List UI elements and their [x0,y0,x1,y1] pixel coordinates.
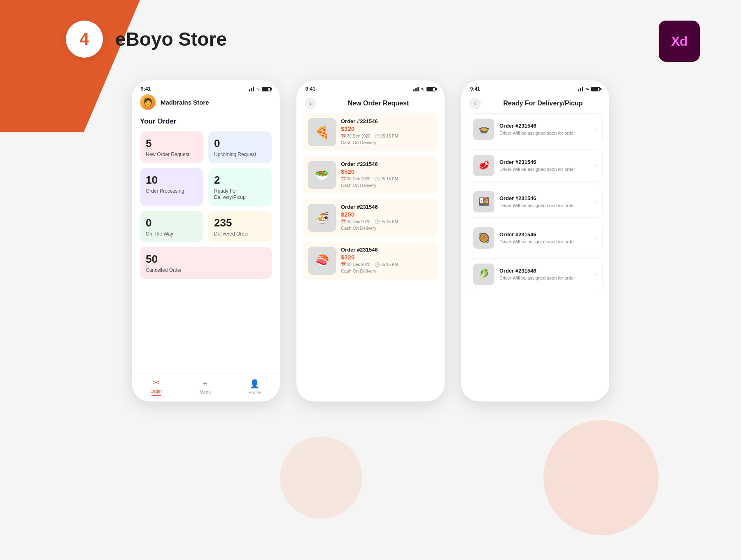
page-title: eBoyo Store [115,28,227,50]
delivery-sub-2: Driver Will be assigned soon for order [499,203,590,208]
order-id-3: Order #231546 [341,247,433,253]
order-payment-1: Cash On Delivery [341,183,433,188]
order-id-2: Order #231546 [341,204,433,210]
order-card-label-3: Ready For Delivery/Picup [214,188,266,201]
delivery-sub-3: Driver Will be assigned soon for order [499,239,590,245]
order-item-3[interactable]: 🍣 Order #231546 $326 📅 30 Dec 2020 🕐 05:… [303,242,438,280]
delivery-sub-4: Driver Will be assigned soon for order [499,275,590,281]
nav-icon-0: ✂ [153,378,160,387]
order-card-label-2: Order Processing [146,188,198,195]
bg-decoration-peach-mid [280,436,362,519]
order-card-4[interactable]: 0 On The Way [140,211,203,243]
status-icons-2: ∿ [413,86,436,92]
order-card-1[interactable]: 0 Upcoming Request [208,131,272,163]
delivery-img-4: 🥬 [473,264,494,285]
order-price-1: $520 [341,168,433,175]
nav-item-order[interactable]: ✂ Order [151,378,162,396]
delivery-info-3: Order #231546 Driver Will be assigned so… [499,231,590,245]
delivery-img-2: 🍱 [473,191,494,212]
order-card-0[interactable]: 5 New Order Request [140,131,203,163]
order-meta-1: 📅 30 Dec 2020 🕐 05:15 PM [341,177,433,181]
nav-icon-2: 👤 [249,379,260,389]
order-item-info-0: Order #231546 $320 📅 30 Dec 2020 🕐 05:15… [341,118,433,146]
phone2-header-bar: ‹ New Order Request [296,94,445,113]
bottom-nav: ✂ Order ≡ Menu 👤 Profile [132,373,280,401]
delivery-info-0: Order #231546 Driver Will be assigned so… [499,123,590,136]
order-price-2: $250 [341,211,433,218]
order-card-number-0: 5 [146,137,198,150]
order-item-0[interactable]: 🍕 Order #231546 $320 📅 30 Dec 2020 🕐 05:… [303,113,438,151]
delivery-item-2[interactable]: 🍱 Order #231546 Driver Will be assigned … [468,186,603,218]
order-item-2[interactable]: 🍜 Order #231546 $250 📅 30 Dec 2020 🕐 05:… [303,199,438,237]
signal-bar-3 [253,87,254,91]
order-item-info-1: Order #231546 $520 📅 30 Dec 2020 🕐 05:15… [341,161,433,189]
phones-container: 9:41 ∿ 🧑 Madbrains Store Your Order [132,80,609,401]
order-card-label-0: New Order Request [146,152,198,158]
nav-underline [151,395,161,396]
nav-label-0: Order [151,389,162,394]
order-card-number-2: 10 [146,174,198,187]
delivery-info-2: Order #231546 Driver Will be assigned so… [499,195,590,208]
order-id-0: Order #231546 [341,118,433,124]
order-meta-2: 📅 30 Dec 2020 🕐 05:15 PM [341,219,433,224]
back-button-3[interactable]: ‹ [469,98,481,109]
battery-icon [262,87,271,91]
delivery-img-1: 🥩 [473,155,494,176]
delivery-id-0: Order #231546 [499,123,590,129]
phone3-header-bar: ‹ Ready For Delivery/Picup [461,94,609,113]
delivery-item-3[interactable]: 🥘 Order #231546 Driver Will be assigned … [468,222,603,254]
order-card-6[interactable]: 50 Cancelled Order [140,247,272,279]
delivery-img-0: 🍲 [473,119,494,140]
nav-item-menu[interactable]: ≡ Menu [200,379,211,394]
order-card-label-1: Upcoming Request [214,152,266,158]
delivery-info-1: Order #231546 Driver Will be assigned so… [499,159,590,172]
food-img-3: 🍣 [308,247,336,275]
nav-label-1: Menu [200,390,211,394]
order-card-label-6: Cancelled Order [146,267,266,274]
delivery-item-1[interactable]: 🥩 Order #231546 Driver Will be assigned … [468,149,603,182]
store-avatar: 🧑 [140,94,156,110]
wifi-icon-2: ∿ [421,86,424,92]
order-card-3[interactable]: 2 Ready For Delivery/Picup [208,168,272,206]
delivery-sub-1: Driver Will be assigned soon for order [499,166,590,172]
store-header: 🧑 Madbrains Store [140,94,272,110]
order-card-5[interactable]: 235 Delivered Order [208,211,272,243]
delivery-id-2: Order #231546 [499,195,590,201]
order-card-label-5: Delivered Order [214,231,266,238]
nav-item-profile[interactable]: 👤 Profile [248,379,261,395]
delivery-id-1: Order #231546 [499,159,590,165]
delivery-item-0[interactable]: 🍲 Order #231546 Driver Will be assigned … [468,113,603,145]
status-bar-3: 9:41 ∿ [461,80,609,94]
wifi-icon: ∿ [256,86,260,92]
battery-icon-3 [591,87,600,91]
your-order-title: Your Order [140,117,272,126]
order-item-1[interactable]: 🥗 Order #231546 $520 📅 30 Dec 2020 🕐 05:… [303,156,438,194]
page-header: 4 eBoyo Store [66,21,227,58]
order-price-3: $326 [341,254,433,261]
order-grid: 5 New Order Request 0 Upcoming Request 1… [140,131,272,279]
chevron-right-icon-3: › [595,234,597,242]
order-meta-3: 📅 30 Dec 2020 🕐 05:15 PM [341,262,433,267]
phone3: 9:41 ∿ ‹ Ready For Delivery/Picup 🍲 Orde… [461,80,609,401]
order-card-label-4: On The Way [146,231,198,238]
order-item-info-3: Order #231546 $326 📅 30 Dec 2020 🕐 05:15… [341,247,433,275]
bg-decoration-peach-right [543,420,659,535]
order-item-info-2: Order #231546 $250 📅 30 Dec 2020 🕐 05:15… [341,204,433,232]
order-payment-2: Cash On Delivery [341,226,433,231]
order-id-1: Order #231546 [341,161,433,167]
status-icons-1: ∿ [249,86,271,92]
signal-bar-1 [249,89,250,91]
delivery-item-4[interactable]: 🥬 Order #231546 Driver Will be assigned … [468,258,603,290]
back-button-2[interactable]: ‹ [305,98,316,109]
xd-badge: Xd [659,21,700,62]
delivery-sub-0: Driver Will be assigned soon for order [499,130,590,136]
order-payment-3: Cash On Delivery [341,268,433,273]
order-payment-0: Cash On Delivery [341,140,433,145]
nav-icon-1: ≡ [203,379,208,388]
status-bar-1: 9:41 ∿ [132,80,280,94]
wifi-icon-3: ∿ [585,86,589,92]
status-time-1: 9:41 [141,86,151,92]
order-card-2[interactable]: 10 Order Processing [140,168,203,206]
order-meta-0: 📅 30 Dec 2020 🕐 05:15 PM [341,134,433,138]
order-card-number-4: 0 [146,217,198,229]
